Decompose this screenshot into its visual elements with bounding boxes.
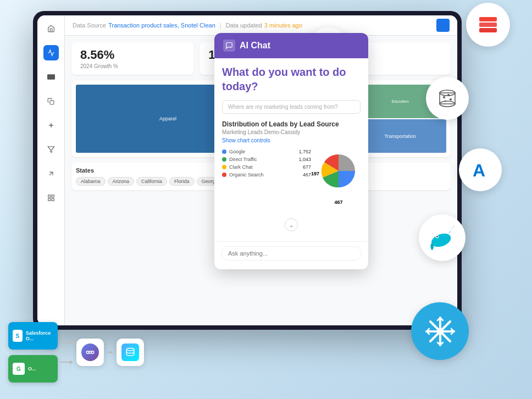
svg-point-32 <box>437 328 444 335</box>
ai-chart-legend: Google 1,752 Direct Traffic 1,043 Clark … <box>222 149 311 215</box>
svg-point-23 <box>445 101 446 102</box>
arrow-head-bottom <box>70 360 73 364</box>
svg-point-34 <box>86 351 89 354</box>
svg-text:A: A <box>473 160 485 180</box>
chevron-down-button[interactable]: ⌄ <box>285 218 298 231</box>
state-chip-arizona[interactable]: Arizona <box>108 177 135 186</box>
legend-value-google: 1,752 <box>298 149 311 154</box>
legend-label-google: Google <box>229 149 245 154</box>
ai-chat-panel: AI Chat What do you want to do today? Wh… <box>214 33 368 269</box>
ai-chat-header: AI Chat <box>214 33 368 58</box>
sidebar-icon-grid[interactable] <box>43 190 59 206</box>
pie-label-bottom: 467 <box>334 199 342 205</box>
sidebar-icon-home[interactable] <box>43 21 59 36</box>
snowflake-icon-circle <box>411 302 469 360</box>
legend-item-google: Google 1,752 <box>222 149 311 154</box>
sidebar <box>37 15 65 325</box>
legend-value-direct: 1,043 <box>298 157 311 162</box>
legend-label-direct: Direct Traffic <box>229 157 257 162</box>
legend-dot-google <box>222 149 226 154</box>
legend-label-clark: Clark Chat <box>229 164 253 170</box>
topbar-action-button[interactable] <box>436 19 450 32</box>
svg-rect-15 <box>479 23 497 27</box>
ai-chat-input-hint[interactable]: Where are my marketing leads coming from… <box>222 100 361 114</box>
workflow-arrow-middle <box>107 351 113 354</box>
ask-input[interactable] <box>221 246 362 261</box>
svg-rect-9 <box>52 198 54 201</box>
workflow-sources: S Salesforce O... G O... <box>8 322 58 383</box>
kpi-value-growth: 8.56% <box>80 48 185 62</box>
ai-chat-question: What do you want to do today? <box>222 65 361 93</box>
ai-chart-link[interactable]: Show chart controls <box>222 137 361 143</box>
workflow-transform-box-2 <box>117 339 144 366</box>
svg-point-36 <box>126 348 134 351</box>
salesforce-logo: S <box>13 330 23 342</box>
sidebar-icon-chart[interactable] <box>43 45 59 60</box>
svg-rect-0 <box>47 74 55 79</box>
kpi-label-growth: 2024 Growth % <box>80 63 185 69</box>
legend-label-organic: Organic Search <box>229 172 264 178</box>
salesforce-label: Salesforce O... <box>26 330 53 341</box>
svg-point-35 <box>91 351 94 354</box>
workflow-arrow-top <box>60 340 73 345</box>
update-label: Data updated <box>226 22 262 29</box>
sheets-label: O... <box>28 366 36 372</box>
separator: | <box>220 22 221 29</box>
ai-chart-subtitle: Marketing Leads Demo-Cassidy <box>222 129 361 135</box>
sidebar-icon-rect[interactable] <box>43 69 59 85</box>
legend-dot-clark <box>222 165 226 169</box>
svg-rect-8 <box>48 198 50 201</box>
ai-chat-body: What do you want to do today? Where are … <box>214 58 368 241</box>
workflow-source-sheets: G O... <box>8 355 58 383</box>
svg-point-21 <box>447 94 450 96</box>
state-chip-florida[interactable]: Florida <box>169 177 195 186</box>
state-chip-california[interactable]: California <box>136 177 167 186</box>
databricks-icon-circle <box>426 77 469 120</box>
datasource-label: Data Source <box>73 22 106 29</box>
azure-icon-circle: A <box>459 148 502 191</box>
svg-rect-6 <box>48 195 50 197</box>
ai-chart-title: Distribution of Leads by Lead Source <box>222 120 361 128</box>
legend-dot-organic <box>222 173 226 177</box>
ai-chart-content: Google 1,752 Direct Traffic 1,043 Clark … <box>222 149 361 215</box>
legend-value-organic: 467 <box>303 172 311 178</box>
sidebar-icon-plus[interactable] <box>43 118 59 133</box>
ai-chat-footer <box>214 241 368 265</box>
sidebar-icon-filter[interactable] <box>43 142 59 157</box>
transform-icon-2 <box>121 343 139 361</box>
ai-chat-title: AI Chat <box>240 41 270 51</box>
workflow-area: S Salesforce O... G O... <box>8 322 147 383</box>
arrow-line-top <box>60 342 70 343</box>
arrow-head-top <box>70 340 73 345</box>
svg-rect-1 <box>50 100 54 104</box>
svg-rect-7 <box>52 195 54 197</box>
svg-rect-14 <box>479 28 497 32</box>
stackhero-icon-circle <box>466 3 510 47</box>
arrow-line-bottom <box>60 362 70 363</box>
kpi-card-growth: 8.56% 2024 Growth % <box>71 42 194 75</box>
narwhal-icon-circle <box>419 214 465 261</box>
legend-item-organic: Organic Search 467 <box>222 172 311 178</box>
svg-point-27 <box>436 236 438 237</box>
svg-rect-16 <box>479 17 497 21</box>
svg-marker-4 <box>48 147 54 153</box>
svg-point-22 <box>450 98 452 101</box>
workflow-transform-box-1 <box>76 339 104 366</box>
pie-label-left: 197 <box>311 171 319 176</box>
update-time: 3 minutes ago <box>264 22 302 29</box>
legend-item-clark: Clark Chat 677 <box>222 164 311 170</box>
sidebar-icon-copy[interactable] <box>43 93 59 109</box>
transform-icon-1 <box>81 343 99 361</box>
sidebar-icon-arrow[interactable] <box>43 166 59 181</box>
ai-chart-pie-container: 197 467 <box>317 149 361 198</box>
legend-item-direct: Direct Traffic 1,043 <box>222 157 311 162</box>
workflow-arrows <box>60 340 73 364</box>
legend-dot-direct <box>222 157 226 162</box>
svg-point-20 <box>443 96 445 98</box>
legend-value-clark: 677 <box>303 164 311 170</box>
svg-line-5 <box>49 172 53 175</box>
workflow-arrow-bottom <box>60 360 73 364</box>
state-chip-alabama[interactable]: Alabama <box>76 177 106 186</box>
ai-chat-icon <box>223 40 235 52</box>
sheets-logo: G <box>13 363 25 375</box>
